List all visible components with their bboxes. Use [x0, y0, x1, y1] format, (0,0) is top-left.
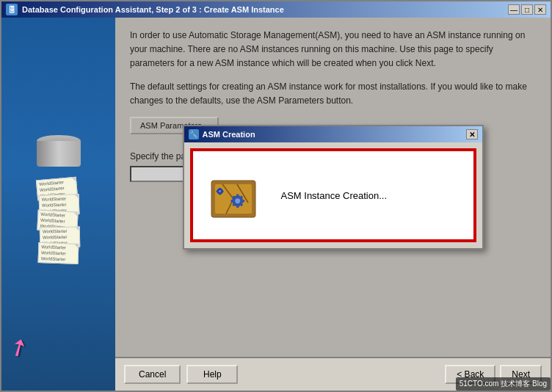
modal-title: ASM Creation: [203, 130, 255, 139]
database-cylinder: [37, 135, 81, 168]
modal-icon: 🔧: [189, 129, 199, 139]
cylinder-body: [37, 141, 81, 167]
modal-body: ASM Instance Creation...: [190, 148, 476, 242]
help-button[interactable]: Help: [186, 365, 238, 384]
document-stack: WorldStarterWorldStarterWorldStarter Wor…: [33, 178, 84, 274]
modal-title-bar: 🔧 ASM Creation ✕: [184, 126, 482, 142]
title-bar-left: 🗄 Database Configuration Assistant, Step…: [6, 4, 284, 15]
btn-left-group: Cancel Help: [124, 365, 238, 384]
svg-rect-10: [241, 200, 244, 202]
watermark: 51CTO.com 技术博客 Blog: [456, 377, 551, 391]
svg-rect-19: [216, 191, 217, 192]
watermark-blog: Blog: [532, 380, 547, 388]
left-panel: WorldStarterWorldStarterWorldStarter Wor…: [1, 18, 115, 391]
svg-point-6: [235, 198, 240, 203]
svg-rect-18: [219, 193, 220, 195]
svg-rect-17: [219, 188, 220, 189]
main-window: 🗄 Database Configuration Assistant, Step…: [0, 0, 552, 392]
svg-rect-8: [236, 205, 239, 208]
svg-point-16: [218, 190, 220, 192]
minimize-button[interactable]: —: [508, 4, 520, 15]
main-content: In order to use Automatic Storage Manage…: [115, 18, 551, 357]
illustration: WorldStarterWorldStarterWorldStarter Wor…: [33, 135, 84, 274]
right-panel: In order to use Automatic Storage Manage…: [115, 18, 551, 391]
watermark-site: 51CTO.com: [460, 380, 499, 388]
watermark-label: 技术博客: [501, 380, 530, 388]
svg-rect-9: [230, 200, 233, 202]
close-button[interactable]: ✕: [534, 4, 546, 15]
svg-rect-7: [236, 194, 239, 197]
svg-rect-20: [222, 191, 223, 192]
window-title: Database Configuration Assistant, Step 2…: [22, 5, 284, 14]
modal-title-left: 🔧 ASM Creation: [189, 129, 255, 139]
document-5: WorldStarterWorldStarterWorldStarter: [37, 242, 79, 264]
maximize-button[interactable]: □: [521, 4, 533, 15]
content-area: WorldStarterWorldStarterWorldStarter Wor…: [1, 18, 551, 391]
modal-message: ASM Instance Creation...: [281, 190, 388, 201]
app-icon: 🗄: [6, 4, 18, 15]
title-bar: 🗄 Database Configuration Assistant, Step…: [1, 1, 551, 18]
gear-svg-illustration: [208, 166, 266, 225]
cancel-button[interactable]: Cancel: [124, 365, 181, 384]
modal-close-button[interactable]: ✕: [466, 129, 478, 139]
modal-overlay: 🔧 ASM Creation ✕: [115, 18, 551, 357]
arrow-icon: ➚: [3, 330, 34, 364]
asm-creation-dialog: 🔧 ASM Creation ✕: [183, 125, 484, 250]
title-bar-controls: — □ ✕: [508, 4, 546, 15]
